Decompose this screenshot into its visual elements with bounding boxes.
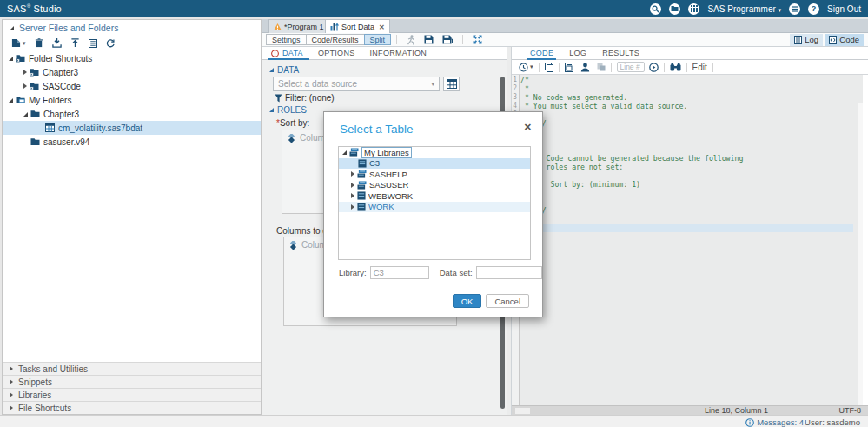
tab-data[interactable]: DATA: [271, 49, 303, 57]
log-chip[interactable]: Log: [790, 34, 823, 46]
lib-stack-icon: [357, 170, 367, 178]
folder-shortcut-icon: [30, 68, 39, 77]
tree-item-folder-shortcuts[interactable]: Folder Shortcuts: [3, 51, 261, 65]
tab-information[interactable]: INFORMATION: [369, 49, 427, 57]
folder-shortcut-icon: [30, 82, 39, 90]
line-number-input[interactable]: Line #: [617, 62, 645, 72]
editor-statusbar: Line 18, Column 1 UTF-8: [512, 405, 868, 415]
table-icon: [45, 123, 55, 132]
tab-code[interactable]: CODE: [530, 49, 553, 57]
code-editor[interactable]: 123456789101112131415161718 /* * * No co…: [512, 75, 863, 405]
library-item-work[interactable]: WORK: [339, 202, 530, 213]
roles-section-header[interactable]: ROLES: [269, 105, 307, 115]
library-item-c3[interactable]: C3: [339, 158, 530, 170]
library-item-webwork[interactable]: WEBWORK: [339, 190, 530, 202]
sidebar-section-libraries[interactable]: Libraries: [3, 388, 261, 401]
folder-icon: [30, 137, 40, 146]
library-tree: My LibrariesC3SASHELPSASUSERWEBWORKWORK: [338, 146, 531, 260]
error-icon: [271, 50, 279, 57]
edit-button[interactable]: Edit: [692, 63, 707, 72]
save-all-icon[interactable]: [442, 35, 453, 44]
data-source-select[interactable]: Select a data source▾: [273, 77, 440, 91]
folder-shortcut-icon: [16, 54, 25, 63]
library-input[interactable]: C3: [370, 266, 429, 279]
library-item-sasuser[interactable]: SASUSER: [339, 180, 530, 191]
menu-icon[interactable]: [789, 3, 800, 15]
document-toolbar: Settings Code/Results Split Log Code: [262, 33, 868, 47]
tab-results[interactable]: RESULTS: [602, 49, 639, 57]
horizontal-scrollbar[interactable]: [515, 408, 530, 414]
column-icon: [288, 134, 296, 143]
user-code-icon[interactable]: [580, 63, 590, 72]
cancel-button[interactable]: Cancel: [486, 294, 529, 308]
upload-icon[interactable]: [70, 38, 80, 48]
code-chip[interactable]: Code: [825, 34, 864, 46]
apps-grid-icon[interactable]: [688, 3, 699, 15]
properties-icon[interactable]: [89, 39, 97, 48]
dialog-title: Select a Table: [340, 123, 414, 136]
messages-button[interactable]: Messages: 4: [745, 417, 804, 427]
open-folder-icon[interactable]: [669, 3, 680, 15]
dialog-close-icon[interactable]: ✕: [524, 122, 532, 133]
lib-single-icon: [357, 203, 366, 211]
lib-single-icon: [358, 159, 367, 168]
warning-icon: [274, 23, 282, 30]
top-app-bar: SAS® Studio SAS Programmer ▾ ? Sign Out: [0, 0, 868, 17]
tab-log[interactable]: LOG: [569, 49, 586, 57]
print-icon[interactable]: [565, 63, 573, 72]
goto-line-icon[interactable]: [649, 63, 659, 72]
filter-row[interactable]: Filter: (none): [275, 93, 335, 103]
user-menu[interactable]: SAS Programmer ▾: [707, 4, 781, 14]
code-icon: [829, 36, 837, 44]
code-results-button[interactable]: Code/Results: [306, 34, 365, 45]
dataset-label: Data set:: [440, 268, 473, 277]
find-icon[interactable]: [670, 63, 681, 71]
tree-item-chapter3[interactable]: Chapter3: [3, 65, 261, 79]
sidebar-section-file-shortcuts[interactable]: File Shortcuts: [3, 401, 261, 414]
tab-sort-data[interactable]: Sort Data ✕: [325, 19, 390, 34]
tree-item-my-folders[interactable]: My Folders: [3, 93, 261, 107]
document-tabbar: *Program 1 ✕ Sort Data ✕: [262, 19, 868, 33]
help-icon[interactable]: ?: [808, 3, 819, 15]
sign-out-button[interactable]: Sign Out: [827, 4, 861, 14]
tree-item-sasuser-v94[interactable]: sasuser.v94: [3, 135, 261, 149]
select-table-dialog: Select a Table ✕ My LibrariesC3SASHELPSA…: [323, 111, 543, 317]
settings-button[interactable]: Settings: [266, 34, 307, 45]
lib-stack-icon: [349, 148, 359, 157]
download-icon[interactable]: [52, 38, 62, 48]
run-icon[interactable]: [407, 35, 415, 45]
sas-studio-app: SAS® Studio SAS Programmer ▾ ? Sign Out …: [0, 0, 868, 427]
tree-item-sascode[interactable]: SASCode: [3, 79, 261, 93]
sidebar-section-snippets[interactable]: Snippets: [3, 375, 261, 388]
dataset-input[interactable]: [476, 266, 542, 279]
select-table-button[interactable]: [443, 77, 460, 91]
tab-options[interactable]: OPTIONS: [318, 49, 355, 57]
sidebar-section-server-files[interactable]: Server Files and Folders: [3, 20, 261, 36]
editor-scrollbar[interactable]: [858, 103, 863, 427]
library-item-sashelp[interactable]: SASHELP: [339, 169, 530, 180]
app-logo: SAS® Studio: [7, 3, 62, 14]
delete-icon[interactable]: [35, 38, 43, 48]
save-icon[interactable]: [424, 35, 434, 44]
library-item-my-libraries[interactable]: My Libraries: [339, 147, 530, 158]
history-icon[interactable]: ▾: [519, 63, 533, 72]
sort-icon: [330, 23, 339, 31]
new-item-icon[interactable]: ▾: [11, 38, 26, 48]
search-icon[interactable]: [650, 3, 661, 15]
tree-item-cm-volatility-sas7bdat[interactable]: cm_volatility.sas7bdat: [3, 121, 261, 135]
sidebar-section-tasks-and-utilities[interactable]: Tasks and Utilities: [3, 362, 261, 375]
split-button[interactable]: Split: [364, 34, 392, 45]
log-icon: [794, 36, 802, 44]
refresh-icon[interactable]: [106, 39, 115, 48]
tree-item-chapter3[interactable]: Chapter3: [3, 107, 261, 121]
encoding: UTF-8: [839, 406, 862, 415]
ok-button[interactable]: OK: [453, 294, 482, 308]
cursor-position: Line 18, Column 1: [705, 406, 768, 415]
app-statusbar: Messages: 4 User: sasdemo: [0, 415, 868, 427]
code-text: /* * * No code was generated. * You must…: [520, 75, 853, 405]
copy-icon[interactable]: [545, 63, 553, 72]
sidebar: Server Files and Folders ▾ Folder Shortc…: [2, 19, 262, 415]
maximize-icon[interactable]: [473, 35, 482, 44]
data-section-header[interactable]: DATA: [269, 65, 299, 75]
close-tab-icon[interactable]: ✕: [379, 23, 385, 31]
